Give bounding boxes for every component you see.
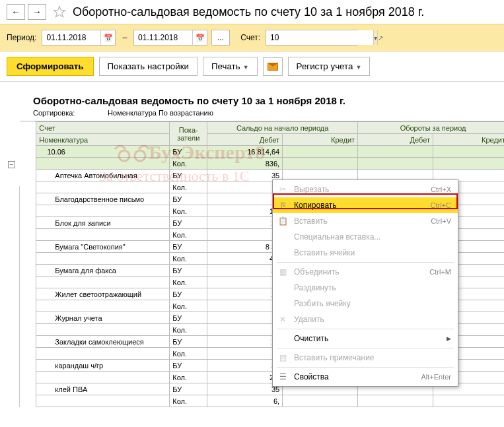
cell-name[interactable] [36, 372, 170, 383]
register-button[interactable]: Регистр учета▼ [288, 57, 371, 76]
menu-insert-note[interactable]: ▤ Вставить примечание [273, 350, 458, 366]
cell-debit[interactable]: 4, [207, 348, 283, 360]
cell-indicator[interactable]: Кол. [170, 324, 207, 336]
nav-forward-button[interactable]: → [28, 4, 46, 20]
cell-name[interactable] [36, 205, 170, 217]
calendar-icon[interactable]: 📅 [100, 30, 115, 45]
cell-indicator[interactable]: Кол. [170, 300, 207, 312]
cell-name[interactable]: Бумага для факса [36, 265, 170, 277]
cell-empty[interactable] [433, 395, 504, 407]
table-row[interactable]: 10.06БУ16 814,64 [20, 146, 504, 158]
menu-split[interactable]: Раздвинуть [273, 280, 458, 296]
cell-name[interactable]: Аптечка Автомобильная [36, 170, 170, 181]
menu-copy[interactable]: ⎘ Копировать Ctrl+C [273, 197, 458, 213]
cell-debit[interactable]: 27, [207, 372, 283, 383]
context-menu[interactable]: ✂ Вырезать Ctrl+X ⎘ Копировать Ctrl+C 📋 … [272, 180, 458, 387]
cell-name[interactable]: 10.06 [36, 146, 170, 158]
table-row[interactable]: Кол.6, [20, 395, 504, 407]
menu-properties[interactable]: ☰ Свойства Alt+Enter [273, 369, 458, 385]
cell-name[interactable]: клей ПВА [36, 383, 170, 395]
cell-indicator[interactable]: Кол. [170, 229, 207, 241]
menu-cut[interactable]: ✂ Вырезать Ctrl+X [273, 181, 458, 197]
print-button[interactable]: Печать▼ [203, 57, 258, 76]
cell-name[interactable]: карандаш ч/гр [36, 360, 170, 372]
menu-paste-special[interactable]: Специальная вставка... [273, 229, 458, 245]
cell-name[interactable]: Жилет светоотражающий [36, 288, 170, 300]
menu-unmerge[interactable]: Разбить ячейку [273, 296, 458, 312]
cell-name[interactable]: Блок для записи [36, 217, 170, 229]
account-input[interactable] [266, 30, 373, 45]
cell-name[interactable]: Бумага "Светокопия" [36, 241, 170, 253]
cell-debit[interactable]: 16 814,64 [207, 146, 283, 158]
cell-indicator[interactable]: БУ [170, 265, 207, 277]
cell-indicator[interactable]: БУ [170, 312, 207, 324]
cell-indicator[interactable]: БУ [170, 288, 207, 300]
cell-debit[interactable]: 20 [207, 288, 283, 300]
menu-insert-cells[interactable]: Вставить ячейки [273, 245, 458, 261]
cell-name[interactable] [36, 395, 170, 407]
menu-clear[interactable]: Очистить ▶ [273, 331, 458, 346]
cell-debit[interactable]: 12, [207, 205, 283, 217]
cell-indicator[interactable]: Кол. [170, 181, 207, 193]
cell-debit[interactable]: 14 [207, 193, 283, 205]
cell-debit[interactable]: 5, [207, 229, 283, 241]
cell-debit[interactable]: 35 [207, 360, 283, 372]
show-settings-button[interactable]: Показать настройки [99, 57, 198, 76]
cell-name[interactable] [36, 324, 170, 336]
cell-indicator[interactable]: БУ [170, 146, 207, 158]
cell-indicator[interactable]: Кол. [170, 372, 207, 383]
cell-indicator[interactable]: Кол. [170, 158, 207, 170]
cell-debit[interactable]: 35 [207, 170, 283, 181]
favorite-star-icon[interactable] [53, 5, 66, 18]
cell-empty[interactable] [358, 395, 433, 407]
email-button[interactable] [263, 57, 283, 76]
cell-indicator[interactable]: БУ [170, 241, 207, 253]
cell-debit[interactable]: 8 38 [207, 241, 283, 253]
cell-name[interactable]: Закладки самоклеющиеся [36, 336, 170, 348]
date-from-input[interactable] [42, 30, 100, 45]
date-from-field[interactable]: 📅 [42, 30, 116, 46]
cell-debit[interactable]: 29 [207, 336, 283, 348]
cell-indicator[interactable]: Кол. [170, 348, 207, 360]
cell-indicator[interactable]: БУ [170, 217, 207, 229]
cell-debit[interactable]: 1, [207, 300, 283, 312]
cell-empty[interactable] [283, 395, 358, 407]
cell-name[interactable]: Журнал учета [36, 312, 170, 324]
cell-debit[interactable]: 1, [207, 324, 283, 336]
cell-indicator[interactable]: Кол. [170, 277, 207, 288]
cell-debit[interactable]: 6, [207, 395, 283, 407]
cell-indicator[interactable]: БУ [170, 383, 207, 395]
cell-indicator[interactable]: Кол. [170, 395, 207, 407]
cell-indicator[interactable]: БУ [170, 336, 207, 348]
cell-empty[interactable] [433, 158, 504, 170]
cell-name[interactable] [36, 181, 170, 193]
cell-indicator[interactable]: Кол. [170, 253, 207, 265]
cell-indicator[interactable]: БУ [170, 193, 207, 205]
cell-empty[interactable] [358, 146, 433, 158]
cell-name[interactable] [36, 158, 170, 170]
cell-empty[interactable] [283, 158, 358, 170]
open-external-icon[interactable]: ↗ [377, 30, 383, 45]
cell-debit[interactable]: 18 [207, 312, 283, 324]
cell-debit[interactable]: 35 [207, 383, 283, 395]
cell-debit[interactable]: 41, [207, 253, 283, 265]
cell-debit[interactable]: 28 [207, 217, 283, 229]
cell-name[interactable] [36, 277, 170, 288]
cell-debit[interactable]: 31 [207, 265, 283, 277]
cell-name[interactable] [36, 229, 170, 241]
tree-collapse-toggle[interactable]: − [8, 161, 15, 168]
cell-debit[interactable]: 1, [207, 181, 283, 193]
menu-merge[interactable]: ▦ Объединить Ctrl+M [273, 264, 458, 280]
cell-name[interactable]: Благодарственное письмо [36, 193, 170, 205]
cell-indicator[interactable]: БУ [170, 360, 207, 372]
cell-empty[interactable] [358, 158, 433, 170]
nav-back-button[interactable]: ← [7, 4, 25, 20]
cell-debit[interactable]: 4, [207, 277, 283, 288]
cell-empty[interactable] [433, 146, 504, 158]
calendar-icon[interactable]: 📅 [192, 30, 207, 45]
menu-delete[interactable]: ✕ Удалить [273, 312, 458, 327]
cell-name[interactable] [36, 253, 170, 265]
cell-name[interactable] [36, 348, 170, 360]
date-to-input[interactable] [134, 30, 192, 45]
date-to-field[interactable]: 📅 [133, 30, 207, 46]
